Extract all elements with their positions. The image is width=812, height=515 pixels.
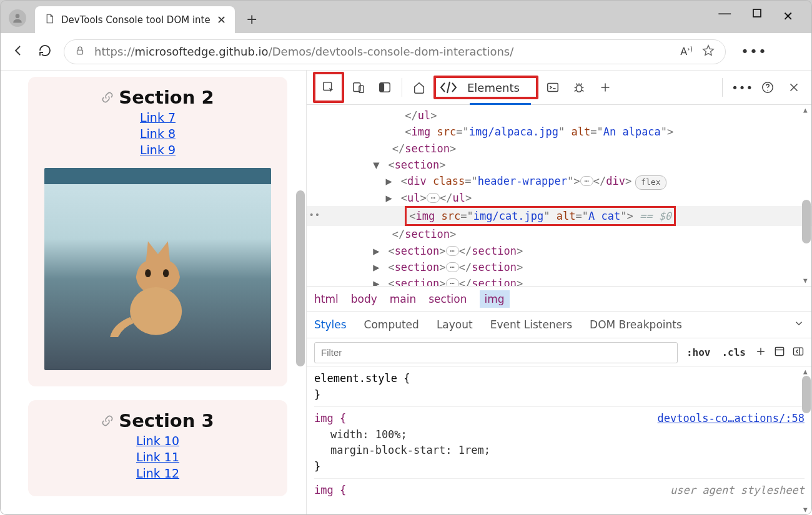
- chevron-down-icon[interactable]: [793, 318, 805, 331]
- css-prop-width[interactable]: width: 100%;: [314, 427, 805, 443]
- address-bar: https://microsoftedge.github.io/Demos/de…: [0, 33, 812, 71]
- svg-point-0: [16, 14, 20, 18]
- link-10[interactable]: Link 10: [44, 434, 271, 448]
- browser-menu-icon[interactable]: •••: [741, 44, 767, 59]
- css-prop-margin[interactable]: margin-block-start: 1rem;: [314, 443, 805, 459]
- svg-rect-10: [380, 83, 384, 92]
- url-text: https://microsoftedge.github.io/Demos/de…: [94, 45, 671, 58]
- cls-toggle[interactable]: .cls: [719, 346, 748, 358]
- crumb-img[interactable]: img: [480, 290, 510, 308]
- console-tab[interactable]: [541, 76, 565, 99]
- tab-layout[interactable]: Layout: [437, 318, 473, 331]
- cat-image[interactable]: [44, 168, 271, 370]
- content-area: Section 2 Link 7 Link 8 Link 9 Section 3…: [0, 71, 812, 515]
- tab-computed[interactable]: Computed: [364, 318, 419, 331]
- devtools-panel: Elements ••• </ul> <img src="img/alpaca.…: [306, 71, 812, 515]
- welcome-tab[interactable]: [407, 76, 431, 99]
- styles-filter-input[interactable]: [314, 342, 678, 363]
- section-3-heading: Section 3: [101, 410, 214, 431]
- cat-shape: [108, 228, 208, 350]
- refresh-button[interactable]: [37, 43, 52, 60]
- dock-button[interactable]: [373, 76, 397, 99]
- minimize-icon[interactable]: —: [718, 5, 731, 21]
- url-field[interactable]: https://microsoftedge.github.io/Demos/de…: [64, 39, 726, 64]
- browser-titlebar: DevTools Console tool DOM inte ✕ + — ✕: [0, 0, 812, 33]
- highlight-elements-tab: Elements: [433, 76, 538, 99]
- window-controls: — ✕: [718, 9, 793, 24]
- rendered-page: Section 2 Link 7 Link 8 Link 9 Section 3…: [0, 71, 306, 515]
- styles-toolbar: :hov .cls: [307, 338, 812, 367]
- sources-tab-bug-icon[interactable]: [567, 76, 591, 99]
- more-tabs-button[interactable]: [593, 76, 617, 99]
- page-scrollbar[interactable]: [296, 77, 305, 508]
- link-icon: [101, 410, 114, 431]
- elements-tab[interactable]: Elements: [437, 78, 531, 97]
- tab-event-listeners[interactable]: Event Listeners: [490, 318, 572, 331]
- row-actions-icon[interactable]: •••: [307, 208, 320, 222]
- svg-rect-16: [794, 348, 803, 355]
- page-icon: [44, 13, 55, 26]
- devtools-menu-icon[interactable]: •••: [731, 81, 753, 94]
- dom-breadcrumb: html body main section img: [307, 286, 812, 311]
- maximize-icon[interactable]: [753, 9, 761, 24]
- crumb-main[interactable]: main: [390, 293, 416, 305]
- svg-point-4: [145, 270, 151, 278]
- tab-title: DevTools Console tool DOM inte: [61, 14, 210, 26]
- new-tab-button[interactable]: +: [246, 11, 257, 27]
- section-2-card: Section 2 Link 7 Link 8 Link 9: [28, 77, 287, 386]
- link-icon: [101, 87, 114, 108]
- show-sidebar-icon[interactable]: [792, 345, 805, 360]
- crumb-section[interactable]: section: [428, 293, 467, 305]
- styles-rules[interactable]: element.style { } img {devtools-co…actio…: [307, 367, 812, 515]
- img-ua-rule[interactable]: img {user agent stylesheet: [314, 483, 805, 499]
- source-link[interactable]: devtools-co…actions/:58: [658, 411, 805, 427]
- close-devtools-icon[interactable]: [782, 76, 806, 99]
- hov-toggle[interactable]: :hov: [684, 346, 713, 358]
- back-button[interactable]: [11, 43, 26, 60]
- link-12[interactable]: Link 12: [44, 466, 271, 480]
- styles-scrollbar[interactable]: ▲▼: [802, 367, 811, 515]
- help-icon[interactable]: [756, 76, 780, 99]
- lock-icon: [74, 45, 86, 58]
- devtools-toolbar: Elements •••: [307, 71, 812, 105]
- dom-scrollbar[interactable]: ▲▼: [802, 105, 811, 286]
- highlight-inspect: [313, 72, 344, 103]
- svg-point-14: [767, 90, 768, 91]
- profile-avatar[interactable]: [9, 9, 26, 27]
- tab-dom-breakpoints[interactable]: DOM Breakpoints: [590, 318, 682, 331]
- element-style-rule[interactable]: element.style {: [314, 371, 805, 387]
- new-style-rule-icon[interactable]: [755, 345, 767, 360]
- crumb-body[interactable]: body: [351, 293, 377, 305]
- favorite-icon[interactable]: [701, 44, 715, 59]
- svg-point-12: [576, 85, 582, 92]
- user-agent-label: user agent stylesheet: [670, 483, 805, 499]
- computed-styles-icon[interactable]: [773, 345, 786, 360]
- selected-dom-node[interactable]: ••• <img src="img/cat.jpg" alt="A cat"> …: [307, 206, 812, 226]
- close-window-icon[interactable]: ✕: [783, 9, 793, 24]
- link-8[interactable]: Link 8: [44, 127, 271, 140]
- dom-tree[interactable]: </ul> <img src="img/alpaca.jpg" alt="An …: [307, 105, 812, 286]
- styles-tabs: Styles Computed Layout Event Listeners D…: [307, 311, 812, 338]
- read-aloud-icon[interactable]: A›): [680, 45, 693, 57]
- device-toggle-button[interactable]: [347, 76, 370, 99]
- close-tab-icon[interactable]: ✕: [217, 13, 226, 26]
- browser-tab[interactable]: DevTools Console tool DOM inte ✕: [35, 6, 235, 33]
- link-9[interactable]: Link 9: [44, 143, 271, 157]
- tab-styles[interactable]: Styles: [314, 318, 347, 331]
- svg-point-5: [162, 270, 169, 278]
- inspect-element-button[interactable]: [317, 76, 340, 99]
- section-3-card: Section 3 Link 10 Link 11 Link 12: [28, 400, 287, 496]
- link-7[interactable]: Link 7: [44, 110, 271, 124]
- svg-rect-15: [775, 347, 783, 355]
- svg-point-3: [130, 287, 182, 335]
- img-rule[interactable]: img {devtools-co…actions/:58: [314, 411, 805, 427]
- svg-rect-1: [753, 9, 761, 17]
- svg-rect-11: [548, 84, 558, 92]
- section-2-heading: Section 2: [101, 87, 214, 108]
- link-11[interactable]: Link 11: [44, 450, 271, 464]
- svg-rect-2: [77, 50, 83, 54]
- crumb-html[interactable]: html: [314, 293, 339, 305]
